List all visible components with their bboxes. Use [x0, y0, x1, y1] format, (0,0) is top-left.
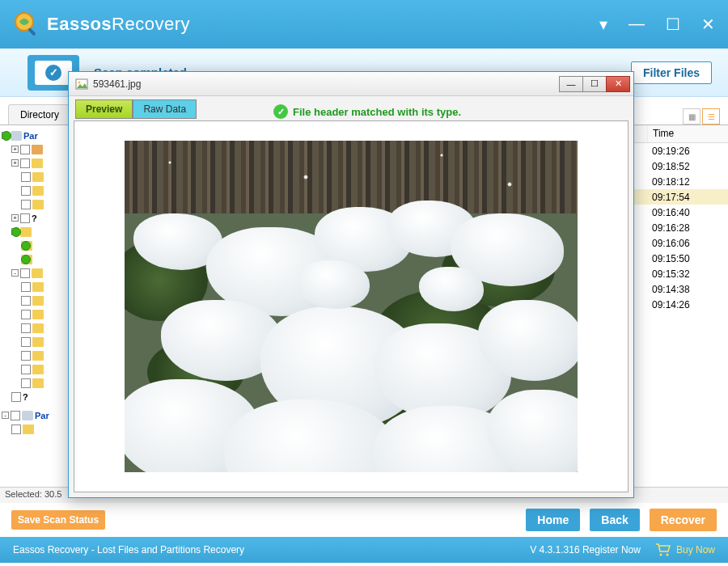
recover-button[interactable]: Recover: [650, 509, 717, 531]
magnifier-earth-icon: [13, 11, 40, 38]
dropdown-icon[interactable]: ▾: [599, 15, 607, 34]
svg-point-3: [666, 554, 668, 556]
preview-tabs: Preview Raw Data ✓ File header matched w…: [69, 96, 633, 119]
time-cell: 09:15:50: [647, 253, 728, 264]
monitor-icon: ✓: [35, 61, 72, 85]
time-cell: 09:15:32: [647, 268, 728, 280]
home-button[interactable]: Home: [526, 509, 580, 531]
filter-files-button[interactable]: Filter Files: [631, 61, 712, 84]
preview-window: 593461.jpg — ☐ ✕ Preview Raw Data ✓ File…: [68, 71, 634, 498]
svg-point-2: [659, 554, 662, 556]
footer-toolbar: Save Scan Status Home Back Recover: [0, 503, 728, 537]
preview-image: [125, 141, 578, 472]
time-cell: 09:14:38: [647, 284, 728, 295]
preview-body: [74, 120, 629, 492]
expand-icon[interactable]: +: [11, 146, 19, 153]
expand-icon[interactable]: -: [11, 269, 19, 277]
time-cell: 09:17:54: [647, 192, 728, 203]
list-view-icon[interactable]: ☰: [702, 108, 720, 125]
version-register[interactable]: V 4.3.1.316 Register Now: [530, 544, 641, 555]
expand-icon[interactable]: +: [11, 159, 19, 167]
directory-tree[interactable]: -Par + + +? - - ? -Par: [0, 125, 70, 503]
statusbar-text: Eassos Recovery - Lost Files and Partiti…: [13, 544, 244, 555]
save-scan-button[interactable]: Save Scan Status: [11, 510, 105, 530]
svg-point-5: [78, 81, 81, 83]
close-icon[interactable]: ✕: [701, 15, 715, 34]
preview-titlebar[interactable]: 593461.jpg — ☐ ✕: [69, 72, 633, 96]
app-titlebar: EassosRecovery ▾ — ☐ ✕: [0, 0, 728, 49]
time-cell: 09:18:12: [647, 176, 728, 188]
image-file-icon: [75, 78, 88, 91]
check-icon: ✓: [45, 65, 61, 81]
tab-raw-data[interactable]: Raw Data: [133, 99, 197, 119]
expand-icon[interactable]: +: [11, 214, 19, 222]
preview-status: ✓ File header matched with its type.: [197, 104, 627, 119]
preview-window-controls: — ☐ ✕: [560, 76, 630, 92]
minimize-icon[interactable]: —: [629, 15, 645, 34]
expand-icon[interactable]: -: [2, 412, 9, 419]
back-button[interactable]: Back: [590, 509, 639, 531]
time-cell: 09:16:28: [647, 222, 728, 234]
maximize-icon[interactable]: ☐: [666, 15, 680, 34]
brand-text: EassosRecovery: [47, 14, 190, 35]
trash-icon: [32, 145, 43, 154]
time-cell: 09:16:06: [647, 238, 728, 249]
time-cell: 09:14:26: [647, 299, 728, 310]
check-circle-icon: ✓: [273, 104, 288, 119]
preview-maximize-icon[interactable]: ☐: [582, 76, 607, 92]
preview-title: 593461.jpg: [93, 78, 141, 90]
statusbar: Eassos Recovery - Lost Files and Partiti…: [0, 537, 728, 563]
cart-icon: [655, 543, 671, 556]
tab-preview[interactable]: Preview: [75, 99, 133, 119]
grid-view-icon[interactable]: ▦: [683, 108, 700, 125]
app-logo: EassosRecovery: [13, 11, 190, 38]
window-controls: ▾ — ☐ ✕: [599, 15, 715, 34]
preview-close-icon[interactable]: ✕: [606, 76, 630, 92]
tree-partition-label2[interactable]: Par: [35, 411, 49, 420]
time-cell: 09:19:26: [647, 146, 728, 157]
time-cell: 09:16:40: [647, 207, 728, 218]
preview-minimize-icon[interactable]: —: [559, 76, 583, 92]
svg-rect-1: [28, 27, 36, 36]
tree-partition-label[interactable]: Par: [23, 131, 38, 141]
time-cell: 09:18:52: [647, 161, 728, 172]
buy-now-link[interactable]: Buy Now: [655, 543, 715, 556]
time-column-header[interactable]: Time: [647, 125, 728, 142]
view-toggle: ▦ ☰: [683, 108, 728, 125]
tab-directory[interactable]: Directory: [8, 104, 71, 125]
